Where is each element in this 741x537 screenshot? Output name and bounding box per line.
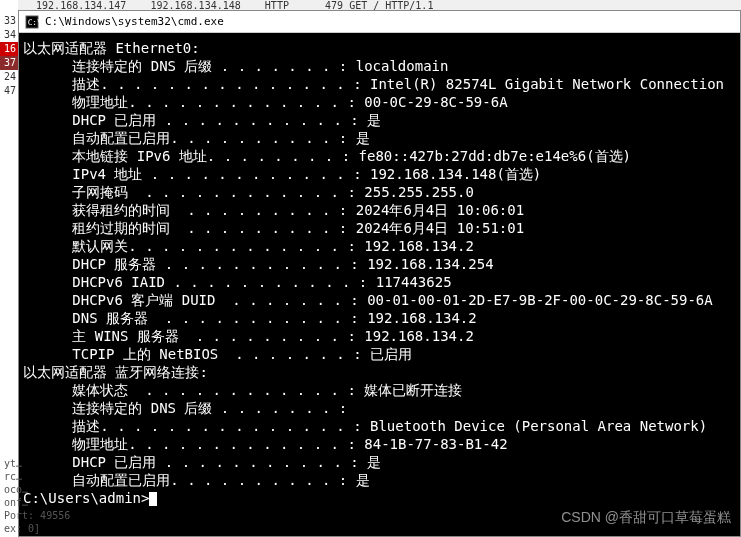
svg-text:C:\: C:\ xyxy=(28,17,39,26)
titlebar[interactable]: C:\ C:\Windows\system32\cmd.exe xyxy=(19,11,740,33)
background-bottom-text: yt… rc… oco… onf… Port: 49556 ex: 0] xyxy=(0,455,741,537)
window-title: C:\Windows\system32\cmd.exe xyxy=(45,15,734,28)
cmd-icon: C:\ xyxy=(25,15,39,29)
